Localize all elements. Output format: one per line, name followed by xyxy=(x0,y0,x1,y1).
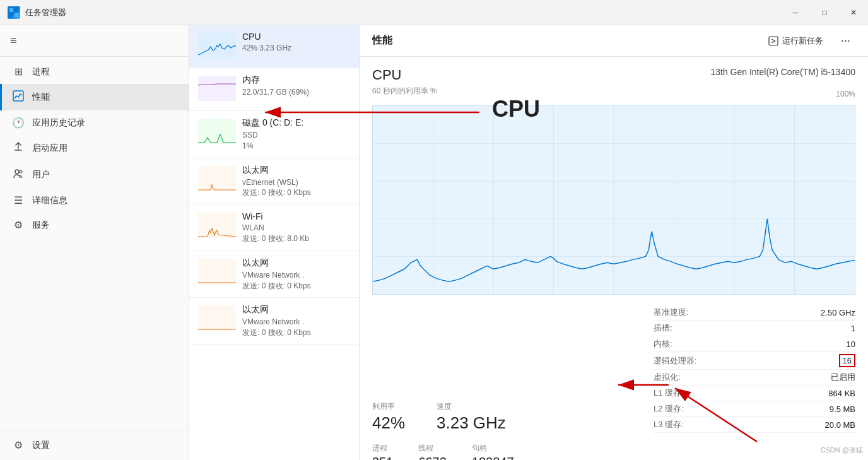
app-icon xyxy=(8,6,20,19)
sidebar-item-details[interactable]: ☰ 详细信息 xyxy=(0,188,189,213)
sidebar-item-app-history-label: 应用历史记录 xyxy=(32,117,85,129)
l2-key: L2 缓存: xyxy=(654,403,684,415)
window-title: 任务管理器 xyxy=(25,7,66,18)
device-memory-name: 内存 xyxy=(242,74,350,86)
svg-rect-4 xyxy=(13,91,23,101)
cpu-info-grid: 基准速度: 2.50 GHz 插槽: 1 内核: 10 逻辑处理器: 16 xyxy=(654,305,855,433)
processes-icon: ⊞ xyxy=(12,66,25,78)
device-item-ethernet-vm1[interactable]: 以太网 VMware Network . 发送: 0 接收: 0 Kbps xyxy=(189,251,359,298)
info-l2: L2 缓存: 9.5 MB xyxy=(654,401,855,417)
cpu-header-row: CPU 13th Gen Intel(R) Core(TM) i5-13400 xyxy=(372,67,855,83)
more-options-button[interactable]: ··· xyxy=(836,32,855,50)
sidebar-item-startup-label: 启动应用 xyxy=(32,143,67,154)
virtualization-key: 虚拟化: xyxy=(654,372,681,383)
svg-point-5 xyxy=(15,170,19,174)
info-base-speed: 基准速度: 2.50 GHz xyxy=(654,305,855,321)
run-task-button[interactable]: 运行新任务 xyxy=(763,33,828,49)
device-disk-name: 磁盘 0 (C: D: E: xyxy=(242,117,350,129)
device-item-cpu[interactable]: CPU 42% 3.23 GHz xyxy=(189,25,359,68)
svg-rect-14 xyxy=(769,37,778,45)
close-button[interactable]: ✕ xyxy=(839,0,868,25)
sidebar-item-services[interactable]: ⚙ 服务 xyxy=(0,213,189,237)
memory-mini-chart xyxy=(198,76,236,101)
device-memory-sub: 22.0/31.7 GB (69%) xyxy=(242,87,350,98)
window-controls: ─ □ ✕ xyxy=(781,0,868,25)
device-cpu-name: CPU xyxy=(242,32,350,42)
base-speed-val: 2.50 GHz xyxy=(821,308,855,317)
device-wifi-info: Wi-Fi WLAN 发送: 0 接收: 8.0 Kb xyxy=(242,211,350,244)
svg-rect-0 xyxy=(9,8,13,12)
sidebar-item-details-label: 详细信息 xyxy=(32,195,67,206)
svg-line-16 xyxy=(771,41,775,43)
sidebar-item-services-label: 服务 xyxy=(32,220,50,231)
utilization-stat: 利用率 42% xyxy=(372,401,405,433)
app-history-icon: 🕐 xyxy=(12,117,25,129)
app-body: ≡ ⊞ 进程 性能 🕐 应用历史记录 xyxy=(0,25,868,460)
device-ethernet-vm2-name: 以太网 xyxy=(242,304,350,316)
svg-point-6 xyxy=(20,170,22,173)
device-item-ethernet-wsl[interactable]: 以太网 vEthernet (WSL) 发送: 0 接收: 0 Kbps xyxy=(189,158,359,206)
speed-label: 速度 xyxy=(437,401,506,412)
processes-value: 351 xyxy=(372,455,393,460)
main-content: 性能 运行新任务 ··· CPU 13th Gen Intel(R) Core(… xyxy=(360,25,868,460)
sidebar-item-processes-label: 进程 xyxy=(32,66,50,78)
cpu-detail-panel: CPU 13th Gen Intel(R) Core(TM) i5-13400 … xyxy=(360,57,868,460)
cpu-chart-max: 100% xyxy=(836,90,855,98)
settings-icon: ⚙ xyxy=(12,439,25,451)
speed-value: 3.23 GHz xyxy=(437,413,506,433)
info-l1: L1 缓存: 864 KB xyxy=(654,386,855,401)
device-ethernet-wsl-sub2: 发送: 0 接收: 0 Kbps xyxy=(242,187,350,198)
device-item-disk[interactable]: 磁盘 0 (C: D: E: SSD 1% xyxy=(189,111,359,158)
device-cpu-sub: 42% 3.23 GHz xyxy=(242,43,350,54)
sidebar-item-startup[interactable]: 启动应用 xyxy=(0,135,189,162)
l3-key: L3 缓存: xyxy=(654,419,684,430)
device-ethernet-wsl-name: 以太网 xyxy=(242,165,350,176)
info-virtualization: 虚拟化: 已启用 xyxy=(654,370,855,386)
details-icon: ☰ xyxy=(12,194,25,206)
device-ethernet-vm1-sub1: VMware Network . xyxy=(242,270,350,281)
info-l3: L3 缓存: 20.0 MB xyxy=(654,417,855,433)
sidebar-item-performance[interactable]: 性能 xyxy=(0,84,189,110)
device-item-ethernet-vm2[interactable]: 以太网 VMware Network . 发送: 0 接收: 0 Kbps xyxy=(189,298,359,345)
utilization-value: 42% xyxy=(372,413,405,433)
minimize-button[interactable]: ─ xyxy=(781,0,810,25)
cpu-chart-subtitle: 60 秒内的利用率 % xyxy=(372,86,437,97)
device-cpu-info: CPU 42% 3.23 GHz xyxy=(242,32,350,54)
run-task-label: 运行新任务 xyxy=(782,35,823,47)
cpu-mini-chart xyxy=(198,33,236,58)
svg-rect-10 xyxy=(198,166,236,191)
info-logical: 逻辑处理器: 16 xyxy=(654,352,855,370)
device-wifi-name: Wi-Fi xyxy=(242,211,350,221)
maximize-button[interactable]: □ xyxy=(810,0,839,25)
sidebar-item-app-history[interactable]: 🕐 应用历史记录 xyxy=(0,110,189,135)
sidebar-item-settings[interactable]: ⚙ 设置 xyxy=(0,433,189,457)
info-slots: 插槽: 1 xyxy=(654,321,855,336)
cpu-model: 13th Gen Intel(R) Core(TM) i5-13400 xyxy=(710,67,855,77)
device-wifi-sub2: 发送: 0 接收: 8.0 Kb xyxy=(242,233,350,244)
handles-stat: 句柄 183847 xyxy=(472,443,514,460)
device-ethernet-wsl-sub1: vEthernet (WSL) xyxy=(242,177,350,188)
device-wifi-sub1: WLAN xyxy=(242,223,350,233)
startup-icon xyxy=(12,141,25,155)
speed-stat: 速度 3.23 GHz xyxy=(437,401,506,433)
sidebar-item-processes[interactable]: ⊞ 进程 xyxy=(0,59,189,84)
device-item-wifi[interactable]: Wi-Fi WLAN 发送: 0 接收: 8.0 Kb xyxy=(189,205,359,251)
header-actions: 运行新任务 ··· xyxy=(763,32,855,50)
device-item-memory[interactable]: 内存 22.0/31.7 GB (69%) xyxy=(189,68,359,111)
hamburger-icon[interactable]: ≡ xyxy=(10,34,17,47)
logical-key: 逻辑处理器: xyxy=(654,355,697,367)
threads-value: 6673 xyxy=(418,455,447,460)
sidebar-item-users[interactable]: 用户 xyxy=(0,162,189,188)
l1-val: 864 KB xyxy=(828,389,855,398)
handles-label: 句柄 xyxy=(472,443,514,454)
wifi-mini-chart xyxy=(198,213,236,238)
cpu-big-title: CPU xyxy=(372,67,401,83)
sidebar-nav: ⊞ 进程 性能 🕐 应用历史记录 xyxy=(0,57,189,430)
device-ethernet-vm2-sub1: VMware Network . xyxy=(242,317,350,327)
l1-key: L1 缓存: xyxy=(654,387,684,399)
slots-key: 插槽: xyxy=(654,322,672,334)
device-ethernet-vm1-info: 以太网 VMware Network . 发送: 0 接收: 0 Kbps xyxy=(242,257,350,292)
watermark: CSDN @张猛 xyxy=(821,445,863,455)
cpu-chart-svg xyxy=(373,106,855,294)
titlebar: 任务管理器 ─ □ ✕ xyxy=(0,0,868,25)
